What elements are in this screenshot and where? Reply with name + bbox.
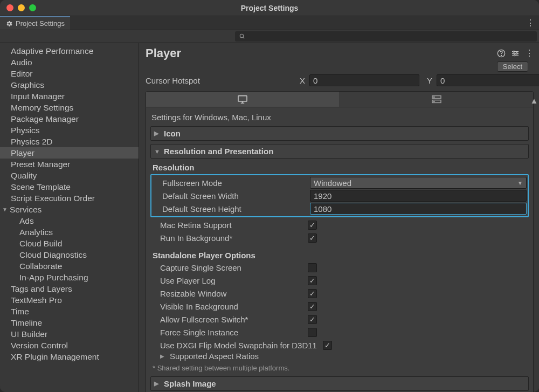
chevron-down-icon: ▼ — [517, 180, 523, 186]
sidebar-item-cloud-diagnostics[interactable]: Cloud Diagnostics — [0, 249, 139, 260]
sidebar-item-in-app-purchasing[interactable]: In-App Purchasing — [0, 272, 139, 283]
panel-menu-icon[interactable]: ⋮ — [525, 49, 534, 58]
platform-panel: Settings for Windows, Mac, Linux ▶Icon ▼… — [146, 107, 534, 392]
highlighted-resolution-group: Fullscreen Mode Windowed ▼ Default Scree… — [150, 174, 529, 217]
sidebar-item-input-manager[interactable]: Input Manager — [0, 91, 139, 102]
sidebar-item-time[interactable]: Time — [0, 306, 139, 317]
platform-tabs — [146, 91, 534, 107]
sidebar-item-memory-settings[interactable]: Memory Settings — [0, 102, 139, 113]
svg-point-16 — [433, 101, 434, 102]
svg-line-1 — [243, 37, 244, 38]
sidebar-item-quality[interactable]: Quality — [0, 170, 139, 181]
sidebar-item-analytics[interactable]: Analytics — [0, 226, 139, 238]
tab-bar: Project Settings ⋮ — [0, 16, 539, 30]
force-single-instance-label: Force Single Instance — [150, 328, 308, 337]
sidebar-item-player[interactable]: Player — [0, 147, 139, 159]
sidebar-item-collaborate[interactable]: Collaborate — [0, 260, 139, 272]
svg-point-8 — [516, 53, 517, 54]
search-icon — [239, 33, 245, 39]
use-player-log-checkbox[interactable]: ✓ — [308, 276, 317, 285]
sidebar-item-cloud-build[interactable]: Cloud Build — [0, 238, 139, 249]
vertical-dots-icon: ⋮ — [526, 19, 535, 27]
capture-single-screen-checkbox[interactable] — [308, 263, 317, 272]
allow-fullscreen-switch-checkbox[interactable]: ✓ — [308, 315, 317, 324]
tab-project-settings[interactable]: Project Settings — [0, 16, 70, 30]
svg-rect-10 — [238, 96, 247, 101]
sidebar-item-graphics[interactable]: Graphics — [0, 79, 139, 91]
sidebar-item-script-execution-order[interactable]: Script Execution Order — [0, 192, 139, 204]
page-title: Player — [146, 46, 181, 60]
sidebar-item-services[interactable]: ▼Services — [0, 204, 139, 215]
sidebar-item-scene-template[interactable]: Scene Template — [0, 181, 139, 192]
default-width-input[interactable] — [310, 190, 527, 202]
sidebar-item-tags-layers[interactable]: Tags and Layers — [0, 283, 139, 294]
visible-in-background-label: Visible In Background — [150, 302, 308, 311]
allow-fullscreen-switch-label: Allow Fullscreen Switch* — [150, 315, 308, 324]
sidebar-item-ads[interactable]: Ads — [0, 215, 139, 226]
visible-in-background-checkbox[interactable]: ✓ — [308, 302, 317, 311]
content: Adaptive Performance Audio Editor Graphi… — [0, 43, 539, 392]
tab-menu-button[interactable]: ⋮ — [526, 16, 539, 30]
sidebar-item-physics-2d[interactable]: Physics 2D — [0, 136, 139, 147]
svg-point-0 — [240, 34, 243, 37]
sidebar: Adaptive Performance Audio Editor Graphi… — [0, 43, 139, 392]
capture-single-screen-label: Capture Single Screen — [150, 263, 308, 272]
sidebar-item-version-control[interactable]: Version Control — [0, 340, 139, 351]
svg-point-3 — [501, 55, 501, 56]
sidebar-item-timeline[interactable]: Timeline — [0, 317, 139, 328]
supported-aspect-ratios-foldout[interactable]: ▶Supported Aspect Ratios — [150, 352, 529, 361]
sidebar-item-preset-manager[interactable]: Preset Manager — [0, 159, 139, 170]
scroll-up-icon[interactable]: ▲ — [530, 97, 538, 104]
select-button[interactable]: Select — [497, 61, 528, 72]
player-settings-panel: Player ⋮ Select ▲ Cursor Hotspot X Y — [139, 43, 539, 392]
dxgi-flip-checkbox[interactable]: ✓ — [323, 341, 332, 350]
run-background-label: Run In Background* — [150, 233, 308, 243]
default-height-input[interactable] — [310, 203, 527, 215]
fullscreen-mode-dropdown[interactable]: Windowed ▼ — [310, 177, 527, 189]
foldout-splash[interactable]: ▶Splash Image — [150, 376, 529, 391]
cursor-hotspot-label: Cursor Hotspot — [146, 76, 296, 85]
dxgi-flip-label: Use DXGI Flip Model Swapchain for D3D11 — [150, 341, 323, 350]
tab-server[interactable] — [340, 92, 534, 107]
sidebar-item-package-manager[interactable]: Package Manager — [0, 113, 139, 125]
preset-icon[interactable] — [511, 49, 520, 58]
foldout-icon[interactable]: ▶Icon — [150, 126, 529, 141]
gear-icon — [5, 20, 13, 27]
resizable-window-label: Resizable Window — [150, 289, 308, 298]
help-icon[interactable] — [497, 49, 506, 58]
fullscreen-mode-label: Fullscreen Mode — [153, 178, 310, 188]
sidebar-item-ui-builder[interactable]: UI Builder — [0, 328, 139, 340]
shared-setting-note: * Shared setting between multiple platfo… — [150, 361, 529, 374]
use-player-log-label: Use Player Log — [150, 276, 308, 285]
force-single-instance-checkbox[interactable] — [308, 328, 317, 337]
window-title: Project Settings — [0, 4, 539, 12]
sidebar-item-adaptive-performance[interactable]: Adaptive Performance — [0, 45, 139, 57]
sidebar-item-xr-plugin-management[interactable]: XR Plugin Management — [0, 351, 139, 362]
tab-standalone[interactable] — [146, 92, 340, 107]
settings-scroll[interactable]: ▲ Cursor Hotspot X Y — [139, 74, 539, 392]
sidebar-item-textmesh-pro[interactable]: TextMesh Pro — [0, 294, 139, 306]
sidebar-item-physics[interactable]: Physics — [0, 125, 139, 136]
tab-label: Project Settings — [16, 19, 65, 27]
svg-point-9 — [514, 54, 515, 56]
sidebar-item-audio[interactable]: Audio — [0, 57, 139, 68]
y-label: Y — [424, 76, 432, 85]
resizable-window-checkbox[interactable]: ✓ — [308, 289, 317, 298]
resolution-header: Resolution — [150, 162, 529, 173]
mac-retina-label: Mac Retina Support — [150, 221, 308, 230]
cursor-y-input[interactable] — [437, 74, 539, 86]
chevron-down-icon: ▼ — [2, 207, 8, 212]
sidebar-item-editor[interactable]: Editor — [0, 68, 139, 79]
chevron-right-icon: ▶ — [160, 353, 164, 359]
foldout-resolution[interactable]: ▼Resolution and Presentation — [150, 144, 529, 159]
search-input[interactable] — [235, 31, 537, 42]
chevron-right-icon: ▶ — [154, 130, 161, 137]
cursor-x-input[interactable] — [309, 74, 419, 86]
svg-point-7 — [513, 51, 515, 52]
chevron-down-icon: ▼ — [154, 148, 161, 155]
run-background-checkbox[interactable]: ✓ — [308, 233, 317, 243]
mac-retina-checkbox[interactable]: ✓ — [308, 221, 317, 230]
search-bar — [0, 30, 539, 43]
chevron-right-icon: ▶ — [154, 380, 161, 387]
titlebar: Project Settings — [0, 0, 539, 16]
